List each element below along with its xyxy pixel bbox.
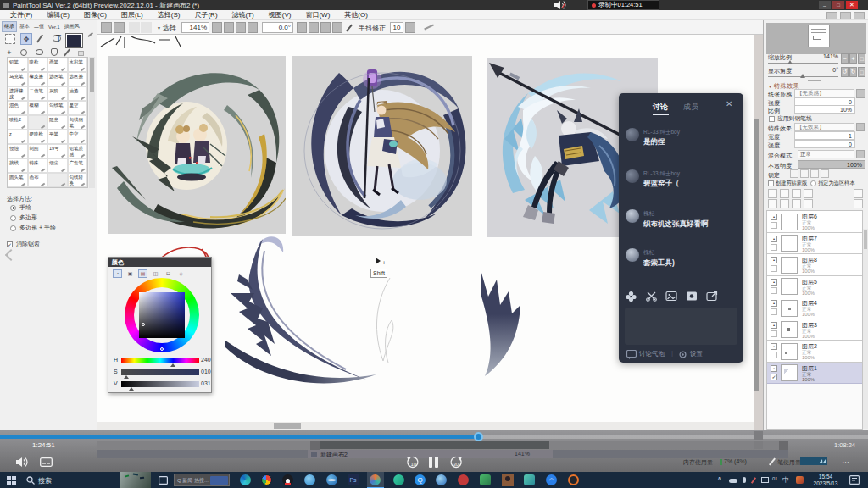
brush-tab-1[interactable]: 继承 — [2, 21, 17, 32]
wheel-mode-button[interactable]: ◔ — [113, 269, 122, 278]
menu-other[interactable]: 其他(O) — [344, 10, 368, 19]
angle-reset-button[interactable] — [332, 22, 342, 33]
picker-tool[interactable] — [64, 49, 70, 57]
brush-cell[interactable]: 平笔 — [47, 130, 68, 144]
clip-checkbox[interactable] — [768, 180, 774, 186]
menu-select[interactable]: 选择(S) — [158, 10, 181, 19]
rotate-view-tool[interactable] — [36, 49, 43, 55]
picker-mode-button[interactable]: ◇ — [176, 269, 186, 278]
h-slider[interactable] — [121, 358, 199, 363]
move-tool[interactable]: ✥ — [20, 33, 32, 45]
pinned-widget[interactable]: Q 新闻 热搜... — [174, 474, 230, 486]
color-dialog-titlebar[interactable]: 颜色 — [108, 258, 211, 267]
layer-visible-checkbox[interactable]: • — [771, 279, 777, 286]
stabilizer-field[interactable]: 10 — [390, 22, 403, 33]
undo-button[interactable] — [101, 22, 112, 33]
brush-cell[interactable]: 二值笔 — [28, 86, 48, 101]
merge-button[interactable] — [804, 189, 813, 198]
tray-ime-lang[interactable]: 中 — [782, 475, 789, 485]
brush-cell[interactable]: 接线 — [8, 158, 28, 173]
brush-cell[interactable]: 画笔 — [47, 58, 68, 72]
doc-close-button[interactable] — [854, 12, 865, 19]
canvas-hscrollbar[interactable] — [97, 422, 754, 430]
chat-bubble-toggle[interactable]: 讨论气泡 — [639, 350, 665, 358]
lock-all-button[interactable] — [821, 169, 829, 178]
panel-collapse-icon[interactable] — [5, 249, 17, 261]
menu-filter[interactable]: 滤镜(T) — [232, 10, 254, 19]
taskbar-app-green[interactable] — [480, 474, 491, 485]
taskbar-app-10[interactable] — [436, 474, 447, 485]
menu-file[interactable]: 文件(F) — [10, 10, 32, 19]
paper-menu-button[interactable] — [856, 89, 865, 98]
clear-layer-button[interactable] — [854, 189, 863, 198]
layer-visible-checkbox[interactable]: • — [771, 300, 777, 307]
layer-visible-checkbox[interactable]: • — [771, 322, 777, 329]
taskbar-app-photoshop[interactable]: Ps — [348, 474, 359, 485]
video-playhead[interactable] — [474, 432, 483, 441]
strength2-input[interactable]: 0 — [794, 140, 855, 148]
chat-input[interactable] — [625, 308, 737, 345]
lock-edit-button[interactable] — [810, 169, 819, 178]
nav-rotate-ccw-button[interactable]: ↺ — [841, 67, 849, 77]
brush-cell[interactable]: 橡皮擦 — [28, 72, 48, 86]
width-input[interactable]: 1 — [794, 131, 855, 140]
tool-slot-2[interactable] — [141, 22, 152, 33]
text-tool[interactable]: T — [54, 33, 63, 44]
antialias-checkbox[interactable]: ✓ — [7, 241, 13, 247]
taskbar-app-qq[interactable] — [282, 474, 293, 485]
tray-mic-icon[interactable] — [743, 477, 746, 483]
redo-button[interactable] — [114, 22, 125, 33]
tray-cloud-icon[interactable] — [729, 479, 737, 483]
player-volume-icon[interactable] — [15, 457, 29, 468]
taskbar-app-q[interactable]: Q — [415, 474, 426, 485]
tool-extra-icon[interactable] — [87, 32, 92, 37]
task-view-icon[interactable] — [159, 476, 168, 485]
taskbar-app-teal[interactable] — [393, 474, 404, 485]
start-button[interactable] — [7, 476, 16, 485]
stabilizer-toggle-button[interactable] — [405, 22, 415, 33]
brush-cell[interactable]: 广告笔 — [68, 158, 88, 173]
swatch-mode-button[interactable]: ⊟ — [164, 269, 173, 278]
tool-slot-1[interactable] — [129, 22, 140, 33]
brush-cell[interactable]: 选区擦 — [68, 72, 88, 86]
player-subtitle-icon[interactable] — [40, 458, 53, 467]
layer-row[interactable]: • 图层4 正常 100% — [767, 297, 862, 319]
radio-freehand[interactable] — [10, 205, 16, 211]
zoom-field[interactable]: 141% — [181, 22, 209, 33]
settings-gear-icon[interactable] — [678, 350, 687, 359]
chat-tab-members[interactable]: 成员 — [683, 102, 698, 113]
lock-move-button[interactable] — [800, 169, 809, 178]
new-mask-button[interactable] — [792, 189, 801, 198]
taskbar-app-drop[interactable] — [304, 474, 315, 485]
brush-cell[interactable]: 铅笔 — [8, 58, 28, 72]
hand-tool[interactable] — [51, 48, 58, 56]
brush-cell[interactable]: 侵蚀 — [8, 144, 28, 158]
brush-cell[interactable] — [47, 173, 68, 187]
taskbar-app-avatar[interactable] — [502, 474, 514, 486]
layer-row[interactable]: • 图层6 正常 100% — [767, 211, 862, 233]
brush-cell[interactable]: 圆头笔 — [8, 173, 28, 187]
doc-minimize-button[interactable] — [826, 12, 837, 19]
bubble-icon[interactable] — [626, 350, 637, 359]
forward-30-icon[interactable]: 30 — [448, 456, 463, 469]
layer-visible-checkbox[interactable]: • — [771, 257, 777, 263]
layer-visible-checkbox[interactable]: • — [771, 365, 777, 372]
zoom-in-button[interactable] — [224, 22, 234, 33]
brush-cell[interactable]: 喷枪 — [28, 58, 48, 72]
brush-cell[interactable]: 模糊 — [28, 101, 48, 115]
pen-cursor-tool[interactable] — [36, 34, 43, 42]
brush-cell[interactable]: 喷枪2 — [8, 115, 28, 130]
zoom-out-button[interactable] — [212, 22, 222, 33]
taskbar-app-quark[interactable]: ◠ — [546, 474, 557, 485]
brush-cell[interactable]: 制图 — [28, 144, 48, 158]
nav-zoom-slider[interactable] — [768, 63, 838, 64]
menu-view[interactable]: 视图(V) — [269, 10, 292, 19]
layer-row[interactable]: • 图层7 正常 100% — [767, 233, 862, 255]
chat-settings[interactable]: 设置 — [690, 350, 703, 358]
scale-input[interactable]: 10% — [794, 105, 855, 114]
brush-cell[interactable]: 马克笔 — [8, 72, 28, 86]
brush-cell[interactable]: 画布 — [28, 173, 48, 187]
doc-restore-button[interactable] — [840, 12, 851, 19]
blend-menu-button[interactable] — [856, 150, 865, 158]
nav-zoom-in-button[interactable]: + — [849, 53, 857, 64]
